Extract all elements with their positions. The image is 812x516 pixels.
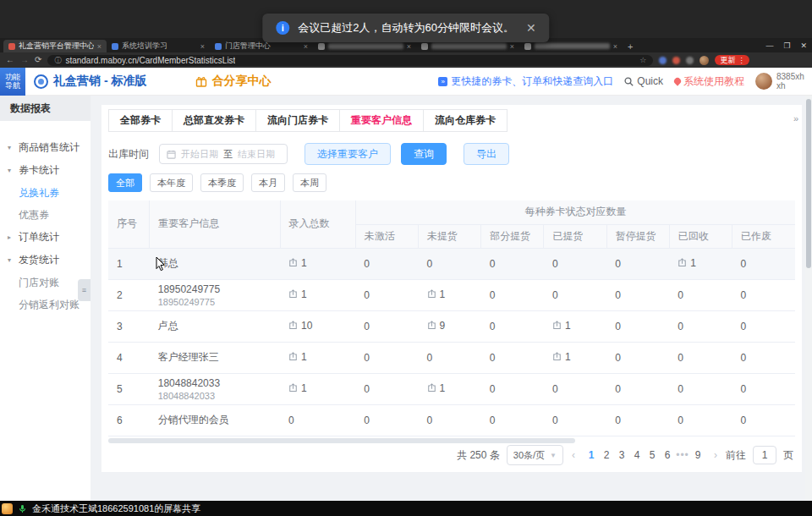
site-info-icon[interactable]: ⓘ [54, 56, 61, 65]
quick-filter-chip[interactable]: 全部 [108, 173, 142, 192]
sidebar-subitem[interactable]: 兑换礼券 [0, 182, 91, 204]
quick-filter-chip[interactable]: 本季度 [200, 173, 244, 192]
customer-sub: 18950249775 [158, 297, 280, 307]
table-row[interactable]: 3卢总100901000 [108, 310, 795, 342]
sidebar-subitem[interactable]: 优惠券 [0, 204, 91, 226]
tab-close-icon[interactable]: × [510, 42, 514, 51]
sidebar-item[interactable]: ▾券卡统计 [0, 159, 91, 182]
cell-value: 0 [490, 383, 496, 395]
content-tabs: 全部券卡总部直发券卡流向门店券卡重要客户信息流向仓库券卡 [102, 105, 802, 132]
page-number[interactable]: 3 [614, 449, 629, 461]
function-nav-button[interactable]: 功能 导航 [0, 68, 25, 96]
content-tab[interactable]: 全部券卡 [108, 109, 173, 132]
user-menu[interactable]: 8385xhxh [755, 72, 805, 91]
tab-close-icon[interactable]: × [613, 42, 617, 51]
share-icon [427, 321, 436, 330]
goto-page-input[interactable] [753, 446, 776, 464]
page-ellipsis: ••• [675, 449, 690, 461]
tab-close-icon[interactable]: × [407, 42, 411, 51]
share-center-link[interactable]: 合分享中心 [195, 74, 271, 89]
page-scrollbar[interactable] [805, 96, 812, 501]
content-tab[interactable]: 流向仓库券卡 [423, 109, 508, 132]
user-avatar[interactable] [755, 73, 772, 90]
sidebar-collapse-handle[interactable]: ≡ [78, 279, 91, 301]
forward-icon[interactable]: → [20, 56, 29, 64]
page-scrollbar-thumb[interactable] [806, 99, 811, 268]
page-number[interactable]: 2 [599, 449, 614, 461]
expand-more-icon[interactable]: » [793, 113, 798, 124]
browser-tab[interactable]: 礼盒营销平台管理中心× [3, 40, 107, 52]
calendar-icon [167, 150, 176, 159]
browser-tab[interactable]: 系统培训学习× [107, 40, 210, 52]
meeting-toast: i 会议已超过2人，自动转为60分钟限时会议。 ✕ [262, 14, 549, 42]
horizontal-scrollbar[interactable] [108, 437, 795, 444]
sidebar-item[interactable]: ▾发货统计 [0, 249, 91, 272]
browser-profile-avatar[interactable] [700, 56, 709, 65]
extension-icon[interactable] [686, 57, 694, 64]
new-tab-button[interactable]: + [628, 40, 633, 52]
quick-filter-chip[interactable]: 本年度 [150, 173, 193, 192]
date-range-picker[interactable]: 开始日期 至 结束日期 [159, 144, 288, 164]
extension-icon[interactable] [672, 57, 680, 64]
extension-icon[interactable] [659, 57, 667, 64]
table-row[interactable]: 5180488420331804884203310100000 [108, 373, 795, 404]
search-button[interactable]: 查询 [401, 143, 447, 165]
cell-value: 0 [615, 321, 621, 332]
page-number[interactable]: 9 [690, 449, 705, 461]
page-number[interactable]: 1 [584, 449, 599, 461]
quick-search[interactable]: Quick [624, 75, 663, 87]
close-button[interactable]: ✕ [800, 41, 807, 50]
back-icon[interactable]: ← [6, 56, 14, 64]
group-header: 每种券卡状态对应数量 [355, 200, 795, 224]
status-cell: 1 [419, 373, 481, 404]
cell-value: 0 [552, 258, 558, 270]
sidebar-item[interactable]: ▾商品销售统计 [0, 136, 91, 159]
customer-cell: 卢总 [150, 310, 280, 342]
table-row[interactable]: 2189502497751895024977510100000 [108, 279, 795, 310]
quick-filter-chip[interactable]: 本月 [251, 173, 285, 192]
page-number[interactable]: 4 [629, 449, 645, 461]
address-bar[interactable]: ⓘ standard.maboy.cn/CardMemberStatistics… [47, 55, 653, 66]
status-cell: 0 [355, 404, 418, 436]
content-card: 全部券卡总部直发券卡流向门店券卡重要客户信息流向仓库券卡 » 出库时间 开始日期… [102, 105, 802, 472]
toast-close-icon[interactable]: ✕ [526, 21, 536, 35]
sidebar-subitem[interactable]: 分销返利对账 [0, 294, 91, 316]
tutorial-link[interactable]: 系统使用教程 [674, 74, 744, 89]
export-button[interactable]: 导出 [464, 143, 509, 165]
microphone-icon [18, 504, 27, 513]
table-row[interactable]: 1韩总10000010 [108, 248, 795, 279]
content-tab[interactable]: 重要客户信息 [339, 109, 424, 132]
page-number[interactable]: 5 [645, 449, 660, 461]
browser-update-button[interactable]: 更新 ⋮ [715, 55, 749, 65]
prev-page-icon[interactable]: ‹ [570, 449, 577, 461]
pagination: 共 250 条 30条/页 ▼ ‹ 123456•••9 › 前往 页 [457, 445, 793, 465]
select-customer-button[interactable]: 选择重要客户 [304, 143, 391, 165]
scrollbar-thumb[interactable] [108, 438, 575, 443]
status-column-header: 未激活 [355, 224, 418, 248]
table-row[interactable]: 6分销代理的会员00000000 [108, 404, 795, 436]
share-icon [552, 352, 562, 361]
bookmark-star-icon[interactable]: ☆ [639, 56, 646, 64]
sidebar-subitem[interactable]: 门店对账 [0, 272, 91, 294]
content-tab[interactable]: 总部直发券卡 [172, 109, 256, 132]
reload-icon[interactable]: ⟳ [35, 56, 41, 64]
tab-close-icon[interactable]: × [200, 42, 205, 51]
tab-close-icon[interactable]: × [97, 42, 102, 51]
cell-value: 0 [364, 352, 370, 364]
cell-value: 0 [490, 352, 496, 364]
page-size-select[interactable]: 30条/页 ▼ [507, 445, 563, 465]
cell-value: 0 [490, 414, 496, 426]
maximize-button[interactable]: ❐ [783, 41, 790, 50]
tab-close-icon[interactable]: × [304, 42, 308, 51]
screen: i 会议已超过2人，自动转为60分钟限时会议。 ✕ 礼盒营销平台管理中心×系统培… [0, 0, 812, 516]
quick-entry-link[interactable]: » 更快捷的券卡、订单和快递查询入口 [438, 74, 613, 89]
browser-menu-icon[interactable]: ⋮ [738, 57, 744, 64]
sidebar-item[interactable]: ▸订单统计 [0, 226, 91, 249]
table-row[interactable]: 4客户经理张三10001000 [108, 342, 795, 373]
page-number[interactable]: 6 [660, 449, 675, 461]
next-page-icon[interactable]: › [712, 449, 719, 461]
cell-value: 0 [552, 289, 558, 301]
minimize-button[interactable]: — [765, 41, 773, 50]
content-tab[interactable]: 流向门店券卡 [255, 109, 340, 132]
quick-filter-chip[interactable]: 本周 [293, 173, 326, 192]
